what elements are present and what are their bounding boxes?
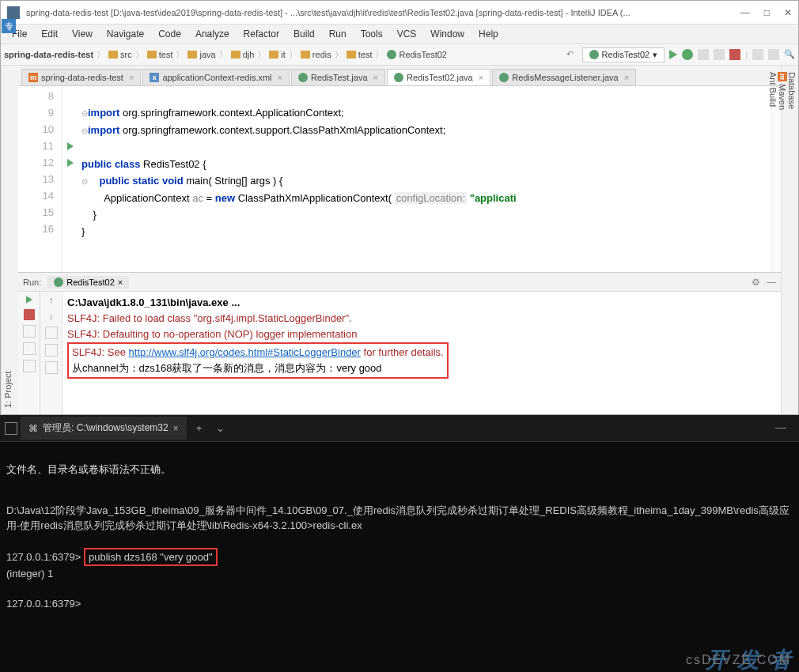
- console-output[interactable]: C:\Java\jdk1.8.0_131\bin\java.exe ... SL…: [62, 292, 781, 414]
- breadcrumb-item[interactable]: test: [147, 50, 173, 59]
- menu-refactor[interactable]: Refactor: [237, 27, 286, 41]
- tab-dropdown-icon[interactable]: ⌄: [211, 419, 229, 437]
- down-icon[interactable]: ↓: [49, 311, 54, 322]
- editor-tab[interactable]: RedisTest02.java×: [387, 69, 490, 85]
- editor-tab[interactable]: RedisMessageListener.java×: [492, 69, 636, 85]
- breadcrumb-item[interactable]: redis: [301, 50, 331, 59]
- navbar: spring-data-redis-test〉 src〉 test〉 java〉…: [1, 43, 798, 66]
- menu-vcs[interactable]: VCS: [391, 27, 423, 41]
- tool-icon[interactable]: [45, 327, 58, 339]
- terminal-window: ⌘ 管理员: C:\windows\system32 × + ⌄ 文件名、目录名…: [0, 415, 799, 672]
- menu-tools[interactable]: Tools: [354, 27, 389, 41]
- right-sidebar: Database m Maven Ant Build: [781, 66, 798, 414]
- menu-help[interactable]: Help: [472, 27, 505, 41]
- run-button[interactable]: [669, 50, 677, 59]
- close-tab-icon[interactable]: ×: [278, 73, 282, 82]
- menu-edit[interactable]: Edit: [35, 27, 64, 41]
- vcs-icon[interactable]: [752, 49, 763, 60]
- tool-icon[interactable]: [23, 325, 36, 338]
- run-toolbar: [18, 292, 40, 414]
- code-content[interactable]: ⊖import org.springframework.context.Appl…: [78, 86, 771, 272]
- class-icon: [499, 73, 509, 82]
- menu-code[interactable]: Code: [152, 27, 187, 41]
- xml-icon: x: [150, 73, 159, 82]
- terminal-tab[interactable]: ⌘ 管理员: C:\windows\system32 ×: [21, 417, 187, 440]
- editor-tab[interactable]: mspring-data-redis-test×: [21, 69, 141, 85]
- folder-icon: [301, 51, 310, 59]
- folder-icon: [147, 51, 157, 59]
- run-label: Run:: [23, 277, 41, 287]
- stop-button[interactable]: [729, 49, 740, 60]
- project-sidebar-button[interactable]: 1: Project: [1, 66, 18, 414]
- terminal-output[interactable]: 文件名、目录名或卷标语法不正确。 D:\Java\12阶段学Java_153GB…: [0, 442, 799, 672]
- breadcrumb-item[interactable]: test: [346, 50, 373, 59]
- editor-tab[interactable]: RedisTest.java×: [291, 69, 385, 85]
- menubar: File Edit View Navigate Code Analyze Ref…: [1, 25, 798, 43]
- breadcrumb-item[interactable]: spring-data-redis-test: [4, 50, 93, 59]
- close-tab-icon[interactable]: ×: [373, 73, 378, 82]
- gear-icon[interactable]: ⚙: [752, 277, 760, 288]
- run-gutter-icon[interactable]: [67, 142, 74, 150]
- menu-run[interactable]: Run: [323, 27, 353, 41]
- maximize-button[interactable]: □: [764, 7, 770, 18]
- gutter-marks: [62, 86, 78, 272]
- close-tab-icon[interactable]: ×: [129, 73, 134, 82]
- menu-window[interactable]: Window: [424, 27, 471, 41]
- run-tab[interactable]: RedisTest02×: [47, 276, 129, 289]
- menu-navigate[interactable]: Navigate: [100, 27, 150, 41]
- window-title: spring-data-redis-test [D:\java-test\ide…: [26, 8, 733, 17]
- minimize-button[interactable]: —: [740, 7, 750, 18]
- line-gutter: 8910111213141516: [18, 86, 62, 272]
- class-icon: [394, 73, 403, 82]
- close-tab-icon[interactable]: ×: [173, 423, 179, 434]
- run-panel: Run: RedisTest02× ⚙ — ↑ ↓: [18, 272, 781, 414]
- debug-button[interactable]: [682, 49, 693, 60]
- editor-tabs: mspring-data-redis-test× xapplicationCon…: [18, 66, 781, 86]
- watermark-url: csDEVZE.COM: [686, 652, 791, 667]
- breadcrumb-item[interactable]: src: [108, 50, 132, 59]
- coverage-button[interactable]: [698, 49, 709, 60]
- profile-button[interactable]: [714, 49, 725, 60]
- close-tab-icon[interactable]: ×: [479, 73, 483, 82]
- editor-tab[interactable]: xapplicationContext-redis.xml×: [142, 69, 290, 85]
- class-icon: [387, 50, 396, 59]
- titlebar: spring-data-redis-test [D:\java-test\ide…: [1, 1, 798, 25]
- minimize-icon[interactable]: [775, 428, 786, 428]
- badge-icon: 专: [2, 19, 16, 33]
- app-icon: [7, 6, 20, 19]
- stop-icon[interactable]: [24, 309, 35, 320]
- ant-button[interactable]: Ant Build: [768, 72, 778, 400]
- rerun-icon[interactable]: [26, 296, 32, 304]
- menu-view[interactable]: View: [66, 27, 99, 41]
- close-tab-icon[interactable]: ×: [624, 73, 629, 82]
- folder-icon: [108, 51, 118, 59]
- breadcrumb-item[interactable]: djh: [231, 50, 255, 59]
- database-button[interactable]: Database: [787, 72, 797, 400]
- tool-icon[interactable]: [45, 344, 58, 357]
- folder-icon: [187, 51, 197, 59]
- up-icon[interactable]: ↑: [49, 295, 54, 306]
- run-config-select[interactable]: RedisTest02 ▾: [582, 47, 665, 62]
- new-tab-button[interactable]: +: [190, 419, 209, 437]
- run-gutter-icon[interactable]: [67, 159, 74, 167]
- maven-icon: m: [28, 73, 38, 82]
- breadcrumb-item[interactable]: it: [269, 50, 286, 59]
- tool-icon[interactable]: [23, 342, 36, 355]
- search-icon[interactable]: 🔍: [784, 49, 795, 60]
- breadcrumb-item[interactable]: RedisTest02: [387, 50, 447, 59]
- breadcrumb-item[interactable]: java: [187, 50, 215, 59]
- tool-icon[interactable]: [23, 360, 36, 372]
- folder-icon: [269, 51, 278, 59]
- close-button[interactable]: ✕: [784, 7, 792, 18]
- tool-icon[interactable]: [45, 361, 58, 374]
- back-icon[interactable]: ↶: [566, 49, 577, 60]
- shield-icon: [5, 422, 17, 435]
- maven-button[interactable]: m Maven: [778, 72, 787, 400]
- menu-build[interactable]: Build: [287, 27, 321, 41]
- sync-icon[interactable]: [768, 49, 779, 60]
- cmd-icon: ⌘: [28, 423, 38, 434]
- code-editor[interactable]: 8910111213141516 ⊖import org.springframe…: [18, 86, 781, 272]
- folder-icon: [231, 51, 240, 59]
- menu-analyze[interactable]: Analyze: [189, 27, 236, 41]
- class-icon: [298, 73, 308, 82]
